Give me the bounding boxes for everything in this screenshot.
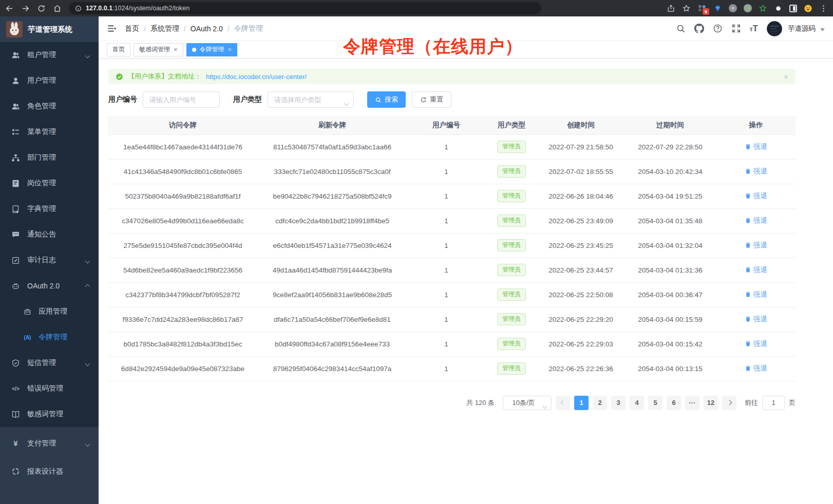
force-logout-button[interactable]: 强退 <box>745 167 767 176</box>
search-button[interactable]: 搜索 <box>367 91 406 108</box>
page-button-5[interactable]: 5 <box>648 396 662 410</box>
actions-cell: 强退 <box>716 208 796 233</box>
force-logout-button[interactable]: 强退 <box>745 265 767 275</box>
sidebar-item-menu[interactable]: 菜单管理 <box>0 119 99 145</box>
page-button-12[interactable]: 12 <box>704 396 718 410</box>
home-icon[interactable] <box>53 4 62 13</box>
sidebar-item-label: 短信管理 <box>27 358 56 367</box>
green-star-extension-icon[interactable] <box>759 4 767 13</box>
font-size-icon[interactable]: тT <box>750 24 758 34</box>
created-cell: 2022-06-25 22:50:08 <box>538 282 624 307</box>
site-info-icon[interactable] <box>75 5 82 12</box>
reset-button[interactable]: 重置 <box>412 91 451 108</box>
sidebar-item-notice[interactable]: 通知公告 <box>0 222 99 247</box>
alert-close-icon[interactable]: × <box>784 72 788 81</box>
gem-extension-icon[interactable] <box>713 4 722 13</box>
page-button-2[interactable]: 2 <box>593 396 607 410</box>
sidebar-item-audit[interactable]: 审计日志 <box>0 247 99 273</box>
sidebar-item-dict[interactable]: 字典管理 <box>0 196 99 222</box>
back-icon[interactable] <box>5 4 14 13</box>
avatar[interactable] <box>767 21 782 36</box>
sidebar-item-label: 支付管理 <box>27 439 56 448</box>
sidebar-item-role[interactable]: 角色管理 <box>0 93 99 119</box>
breadcrumb-home[interactable]: 首页 <box>125 24 139 33</box>
robot-icon <box>11 282 20 290</box>
help-icon[interactable] <box>713 24 723 33</box>
user-id-input[interactable] <box>143 91 220 108</box>
browser-menu-icon[interactable] <box>819 4 828 13</box>
bookmark-star-icon[interactable] <box>682 4 691 13</box>
force-logout-button[interactable]: 强退 <box>745 241 767 250</box>
extension-tag-icon[interactable]: 9 <box>697 4 707 13</box>
tab-close-icon[interactable]: × <box>174 46 178 53</box>
white-star-extension-icon[interactable] <box>774 4 783 13</box>
user-type-cell: 管理员 <box>485 282 538 307</box>
page-size-select[interactable]: 10条/页 <box>503 396 552 410</box>
sidebar-item-oauth2-token[interactable]: (A)令牌管理 <box>0 324 99 350</box>
collapse-sidebar-icon[interactable] <box>107 24 117 33</box>
force-logout-button[interactable]: 强退 <box>745 364 767 373</box>
tab-1[interactable]: 敏感词管理× <box>134 43 183 56</box>
page-button-4[interactable]: 4 <box>630 396 644 410</box>
doc-link[interactable]: https://doc.iocoder.cn/user-center/ <box>206 73 307 81</box>
record-extension-icon[interactable] <box>744 4 752 12</box>
user-caret-icon[interactable] <box>820 24 825 33</box>
force-logout-button[interactable]: 强退 <box>745 216 767 225</box>
tab-0[interactable]: 首页 <box>107 43 130 56</box>
force-logout-button[interactable]: 强退 <box>745 142 767 151</box>
command-extension-icon[interactable] <box>729 4 737 12</box>
main-area: 令牌管理（在线用户） 首页 / 系统管理 / OAuth 2.0 / 令牌管理 <box>99 16 833 504</box>
book-icon <box>11 410 20 419</box>
app-logo-row[interactable]: 芋道管理系统 <box>0 16 99 42</box>
tab-close-icon[interactable]: × <box>228 46 232 53</box>
breadcrumb-system[interactable]: 系统管理 <box>150 24 179 33</box>
page-button-1[interactable]: 1 <box>574 396 589 410</box>
goto-page-input[interactable] <box>762 396 785 410</box>
force-logout-button[interactable]: 强退 <box>745 191 767 201</box>
sidebar-item-dept[interactable]: 部门管理 <box>0 145 99 170</box>
prev-page-button[interactable] <box>556 396 570 410</box>
column-header: 访问令牌 <box>108 116 257 134</box>
force-logout-button[interactable]: 强退 <box>745 290 767 299</box>
sidebar-item-pay[interactable]: ¥支付管理 <box>0 429 99 457</box>
share-icon[interactable] <box>667 4 675 13</box>
sidebar-item-post[interactable]: 岗位管理 <box>0 170 99 196</box>
page-button-6[interactable]: 6 <box>667 396 681 410</box>
sidebar-item-oauth2-app[interactable]: 应用管理 <box>0 299 99 324</box>
sidebar-item-oauth2[interactable]: OAuth 2.0 <box>0 273 99 299</box>
active-tab-dot <box>192 48 196 52</box>
force-logout-button[interactable]: 强退 <box>745 339 767 348</box>
user-type-select[interactable] <box>268 91 354 108</box>
sidebar-item-report[interactable]: 报表设计器 <box>0 457 99 486</box>
force-logout-button[interactable]: 强退 <box>745 315 767 324</box>
sidebar-item-sms[interactable]: 短信管理 <box>0 350 99 376</box>
pager-ellipsis[interactable]: ··· <box>685 396 699 410</box>
org-icon <box>11 153 20 162</box>
reload-icon[interactable] <box>37 4 46 13</box>
address-bar[interactable]: 127.0.0.1:1024/system/oauth2/token <box>69 2 541 14</box>
username[interactable]: 芋道源码 <box>788 24 816 33</box>
user-id-cell: 1 <box>407 233 485 258</box>
search-icon[interactable] <box>676 24 686 33</box>
user-type-badge: 管理员 <box>497 264 526 276</box>
user-type-label: 用户类型 <box>233 95 262 104</box>
tab-active-2[interactable]: 令牌管理× <box>186 43 238 56</box>
people-icon <box>11 51 20 60</box>
browser-toolbar: 127.0.0.1:1024/system/oauth2/token 9 <box>0 0 833 16</box>
github-icon[interactable] <box>694 24 704 33</box>
sidebar-item-sensitive[interactable]: 敏感词管理 <box>0 401 99 427</box>
expires-cell: 2054-03-10 20:42:34 <box>624 159 716 184</box>
next-page-button[interactable] <box>722 396 736 410</box>
profile-emoji-icon[interactable] <box>804 4 812 13</box>
table-row: 41c41346a548490f9dc8b01c6bfe0865333ecfc7… <box>108 159 796 184</box>
split-screen-icon[interactable] <box>789 5 797 12</box>
page-button-3[interactable]: 3 <box>611 396 626 410</box>
fullscreen-icon[interactable] <box>731 24 741 33</box>
sidebar-item-user[interactable]: 用户管理 <box>0 68 99 93</box>
actions-cell: 强退 <box>716 282 796 307</box>
expires-cell: 2054-03-04 01:32:04 <box>624 233 716 258</box>
sidebar-item-tenant[interactable]: 租户管理 <box>0 42 99 68</box>
dict-icon <box>11 205 20 214</box>
sidebar-item-errcode[interactable]: </>错误码管理 <box>0 376 99 401</box>
forward-icon[interactable] <box>21 4 30 13</box>
